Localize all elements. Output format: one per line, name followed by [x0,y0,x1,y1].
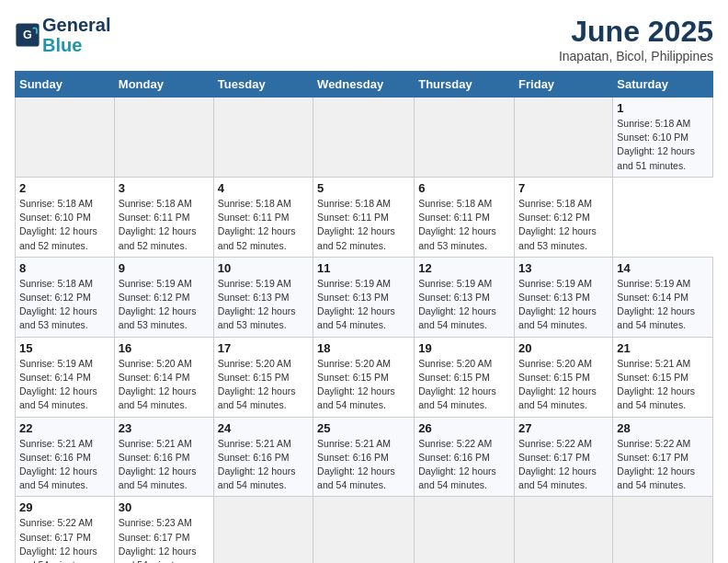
calendar-cell: 24 Sunrise: 5:21 AMSunset: 6:16 PMDaylig… [213,417,313,497]
week-row-0: 1 Sunrise: 5:18 AMSunset: 6:10 PMDayligh… [16,98,713,178]
day-number: 17 [218,341,309,355]
calendar-cell [313,98,415,178]
day-info: Sunrise: 5:19 AMSunset: 6:13 PMDaylight:… [418,277,510,333]
calendar-cell: 15 Sunrise: 5:19 AMSunset: 6:14 PMDaylig… [16,337,115,417]
calendar-cell: 25 Sunrise: 5:21 AMSunset: 6:16 PMDaylig… [313,417,415,497]
week-row-2: 8 Sunrise: 5:18 AMSunset: 6:12 PMDayligh… [16,257,713,337]
calendar-cell [515,497,613,563]
day-info: Sunrise: 5:21 AMSunset: 6:16 PMDaylight:… [119,437,210,493]
day-number: 22 [19,421,110,435]
calendar-cell: 5 Sunrise: 5:18 AMSunset: 6:11 PMDayligh… [313,177,415,257]
calendar-cell: 27 Sunrise: 5:22 AMSunset: 6:17 PMDaylig… [515,417,613,497]
calendar-cell: 18 Sunrise: 5:20 AMSunset: 6:15 PMDaylig… [313,337,415,417]
day-info: Sunrise: 5:18 AMSunset: 6:12 PMDaylight:… [518,197,609,253]
calendar-cell: 30 Sunrise: 5:23 AMSunset: 6:17 PMDaylig… [114,497,213,563]
day-info: Sunrise: 5:21 AMSunset: 6:16 PMDaylight:… [317,437,410,493]
header-cell-thursday: Thursday [415,72,515,98]
day-number: 16 [119,341,210,355]
calendar-cell: 26 Sunrise: 5:22 AMSunset: 6:16 PMDaylig… [415,417,515,497]
week-row-4: 22 Sunrise: 5:21 AMSunset: 6:16 PMDaylig… [16,417,713,497]
header-cell-saturday: Saturday [613,72,713,98]
day-info: Sunrise: 5:18 AMSunset: 6:10 PMDaylight:… [617,117,709,173]
day-number: 18 [317,341,410,355]
day-number: 7 [518,181,609,195]
day-number: 12 [418,261,510,275]
calendar-cell: 6 Sunrise: 5:18 AMSunset: 6:11 PMDayligh… [415,177,515,257]
day-info: Sunrise: 5:22 AMSunset: 6:17 PMDaylight:… [518,437,609,493]
day-info: Sunrise: 5:18 AMSunset: 6:11 PMDaylight:… [218,197,309,253]
calendar-cell: 11 Sunrise: 5:19 AMSunset: 6:13 PMDaylig… [313,257,415,337]
svg-text:G: G [23,29,32,41]
day-number: 3 [119,181,210,195]
day-number: 24 [218,421,309,435]
day-number: 5 [317,181,410,195]
day-info: Sunrise: 5:19 AMSunset: 6:12 PMDaylight:… [119,277,210,333]
day-info: Sunrise: 5:18 AMSunset: 6:10 PMDaylight:… [19,197,110,253]
week-row-5: 29 Sunrise: 5:22 AMSunset: 6:17 PMDaylig… [16,497,713,563]
header-cell-sunday: Sunday [16,72,115,98]
day-number: 19 [418,341,510,355]
day-number: 23 [119,421,210,435]
day-info: Sunrise: 5:19 AMSunset: 6:14 PMDaylight:… [19,357,110,413]
day-number: 26 [418,421,510,435]
calendar-cell: 16 Sunrise: 5:20 AMSunset: 6:14 PMDaylig… [114,337,213,417]
day-info: Sunrise: 5:18 AMSunset: 6:12 PMDaylight:… [19,277,110,333]
header-cell-friday: Friday [515,72,613,98]
week-row-3: 15 Sunrise: 5:19 AMSunset: 6:14 PMDaylig… [16,337,713,417]
calendar-cell: 17 Sunrise: 5:20 AMSunset: 6:15 PMDaylig… [213,337,313,417]
title-area: June 2025 Inapatan, Bicol, Philippines [559,15,713,63]
month-title: June 2025 [559,15,713,49]
calendar-cell: 19 Sunrise: 5:20 AMSunset: 6:15 PMDaylig… [415,337,515,417]
page-header: G General Blue June 2025 Inapatan, Bicol… [15,15,713,63]
day-number: 27 [518,421,609,435]
calendar-cell [114,98,213,178]
day-info: Sunrise: 5:21 AMSunset: 6:15 PMDaylight:… [617,357,709,413]
day-info: Sunrise: 5:19 AMSunset: 6:13 PMDaylight:… [218,277,309,333]
calendar-cell: 2 Sunrise: 5:18 AMSunset: 6:10 PMDayligh… [16,177,115,257]
logo: G General Blue [15,15,110,55]
day-number: 25 [317,421,410,435]
logo-icon: G [15,22,40,48]
day-number: 28 [617,421,709,435]
day-info: Sunrise: 5:22 AMSunset: 6:17 PMDaylight:… [617,437,709,493]
calendar-cell: 22 Sunrise: 5:21 AMSunset: 6:16 PMDaylig… [16,417,115,497]
day-info: Sunrise: 5:22 AMSunset: 6:17 PMDaylight:… [19,516,110,563]
header-cell-monday: Monday [114,72,213,98]
calendar-cell [613,497,713,563]
calendar-cell: 9 Sunrise: 5:19 AMSunset: 6:12 PMDayligh… [114,257,213,337]
day-number: 4 [218,181,309,195]
calendar-cell: 10 Sunrise: 5:19 AMSunset: 6:13 PMDaylig… [213,257,313,337]
day-info: Sunrise: 5:20 AMSunset: 6:15 PMDaylight:… [218,357,309,413]
day-info: Sunrise: 5:18 AMSunset: 6:11 PMDaylight:… [317,197,410,253]
day-info: Sunrise: 5:19 AMSunset: 6:13 PMDaylight:… [518,277,609,333]
header-row: SundayMondayTuesdayWednesdayThursdayFrid… [16,72,713,98]
calendar-cell [213,497,313,563]
day-number: 15 [19,341,110,355]
header-cell-tuesday: Tuesday [213,72,313,98]
day-number: 29 [19,500,110,514]
day-info: Sunrise: 5:21 AMSunset: 6:16 PMDaylight:… [19,437,110,493]
calendar-cell: 20 Sunrise: 5:20 AMSunset: 6:15 PMDaylig… [515,337,613,417]
day-number: 11 [317,261,410,275]
day-info: Sunrise: 5:20 AMSunset: 6:15 PMDaylight:… [317,357,410,413]
day-number: 2 [19,181,110,195]
day-number: 10 [218,261,309,275]
day-number: 13 [518,261,609,275]
day-number: 1 [617,101,709,115]
day-number: 9 [119,261,210,275]
day-info: Sunrise: 5:19 AMSunset: 6:13 PMDaylight:… [317,277,410,333]
calendar-cell [16,98,115,178]
day-info: Sunrise: 5:21 AMSunset: 6:16 PMDaylight:… [218,437,309,493]
day-number: 14 [617,261,709,275]
calendar-cell: 21 Sunrise: 5:21 AMSunset: 6:15 PMDaylig… [613,337,713,417]
header-cell-wednesday: Wednesday [313,72,415,98]
calendar-cell: 12 Sunrise: 5:19 AMSunset: 6:13 PMDaylig… [415,257,515,337]
day-info: Sunrise: 5:18 AMSunset: 6:11 PMDaylight:… [119,197,210,253]
calendar-cell [213,98,313,178]
calendar-cell [415,497,515,563]
day-info: Sunrise: 5:20 AMSunset: 6:14 PMDaylight:… [119,357,210,413]
calendar-cell: 14 Sunrise: 5:19 AMSunset: 6:14 PMDaylig… [613,257,713,337]
calendar-cell: 23 Sunrise: 5:21 AMSunset: 6:16 PMDaylig… [114,417,213,497]
day-info: Sunrise: 5:18 AMSunset: 6:11 PMDaylight:… [418,197,510,253]
day-number: 20 [518,341,609,355]
